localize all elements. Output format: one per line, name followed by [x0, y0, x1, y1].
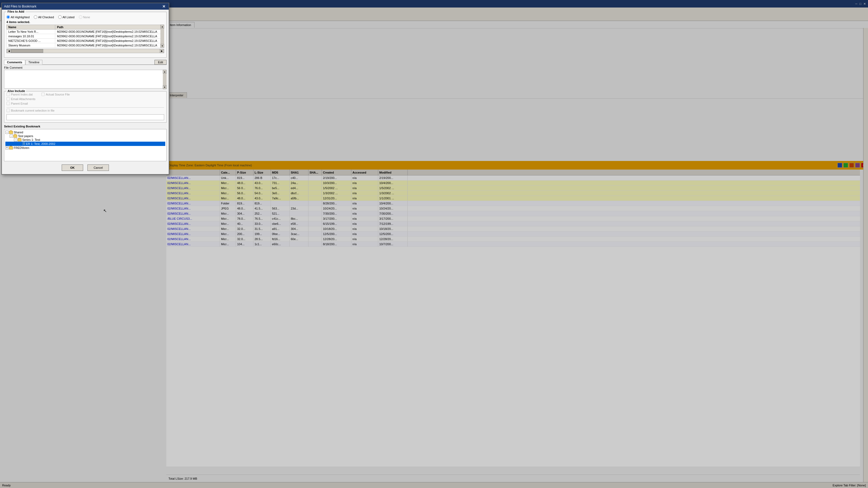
files-to-add-group: Files to Add All Highlighted All Checked… [4, 12, 166, 58]
radio-group: All Highlighted All Checked All Listed N… [6, 15, 164, 19]
items-selected-count: 4 items selected. [6, 20, 164, 24]
radio-listed[interactable]: All Listed [58, 15, 74, 19]
add-files-dialog: Add Files to Bookmark ✕ Files to Add All… [1, 3, 169, 175]
file-name-cell: Slavery Museum [7, 43, 55, 48]
tab-comments[interactable]: Comments [4, 60, 25, 65]
th-path[interactable]: Path [55, 25, 164, 30]
comment-tabs: Comments Timeline Edit [4, 60, 166, 65]
tree-item[interactable]: -Shared [5, 130, 165, 134]
scroll-thumb[interactable] [11, 49, 43, 53]
file-path-cell: M29962-0030.001\NONAME [FAT16]\[root]\De… [55, 34, 164, 39]
dialog-close-button[interactable]: ✕ [161, 4, 166, 8]
scroll-track [11, 49, 160, 53]
file-table-row[interactable]: Letter To New York R... M29962-0030.001\… [7, 30, 164, 34]
scroll-left-arrow[interactable]: ◀ [7, 49, 11, 53]
tree-label: ER 1: Test, 2000-2002 [26, 142, 55, 145]
dialog-title: Add Files to Bookmark [4, 5, 36, 8]
file-list-table: Name Path Letter To New York R... M29962… [6, 25, 164, 48]
select-bookmark-label: Select Existing Bookmark [4, 125, 166, 128]
tree-item[interactable]: +FRED\foren [5, 146, 165, 150]
cancel-button[interactable]: Cancel [88, 164, 109, 171]
comment-scroll-down[interactable]: ▼ [163, 85, 166, 89]
dialog-buttons: OK Cancel [4, 163, 166, 172]
folder-icon [13, 135, 17, 138]
checkbox-parent-email[interactable]: Parent Email [6, 102, 28, 105]
files-to-add-label: Files to Add [6, 10, 26, 13]
radio-checked[interactable]: All Checked [34, 15, 54, 19]
scroll-up-arrow[interactable]: ▲ [160, 25, 164, 28]
file-path-cell: M29962-0030.001\NONAME [FAT16]\[root]\De… [55, 43, 164, 48]
radio-none[interactable]: None [79, 15, 90, 19]
file-path-cell: M29962-0030.001\NONAME [FAT16]\[root]\De… [55, 30, 164, 34]
checkbox-row-1: Parent Index.dat Actual Source File [6, 93, 164, 97]
tree-item[interactable]: -Series 1: Test [5, 138, 165, 142]
checkbox-email-attachments[interactable]: Email Attachments [6, 97, 35, 101]
file-table-row[interactable]: messages 10.18.01 M29962-0030.001\NONAME… [7, 34, 164, 39]
file-table-row[interactable]: Slavery Museum M29962-0030.001\NONAME [F… [7, 43, 164, 48]
checkbox-row-3: Parent Email [6, 102, 164, 106]
tree-label: FRED\foren [14, 146, 29, 149]
tree-item[interactable]: -Test papers [5, 134, 165, 138]
folder-icon [9, 131, 13, 134]
h-scrollbar[interactable]: ◀ ▶ [6, 49, 164, 53]
th-name[interactable]: Name [7, 25, 55, 30]
tree-label: Series 1: Test [22, 138, 40, 142]
file-comment-textarea[interactable] [4, 70, 166, 89]
comment-scroll-up[interactable]: ▲ [163, 70, 166, 73]
dialog-body: Files to Add All Highlighted All Checked… [2, 10, 169, 174]
bookmark-icon [23, 142, 25, 146]
bookmark-tree[interactable]: -Shared-Test papers-Series 1: TestER 1: … [4, 129, 166, 161]
tab-timeline[interactable]: Timeline [26, 60, 42, 65]
file-table-row[interactable]: NIETZSCHE'S GOOD ... M29962-0030.001\NON… [7, 39, 164, 43]
dialog-titlebar: Add Files to Bookmark ✕ [2, 3, 169, 10]
scroll-down-arrow[interactable]: ▼ [160, 44, 164, 48]
tree-expand-icon[interactable]: - [10, 134, 13, 138]
also-include-group: Also Include Parent Index.dat Actual Sou… [4, 91, 166, 123]
file-name-cell: NIETZSCHE'S GOOD ... [7, 39, 55, 43]
tree-label: Shared [14, 131, 23, 134]
scroll-right-arrow[interactable]: ▶ [160, 49, 164, 53]
comment-scrollbar[interactable]: ▲ ▼ [163, 70, 166, 89]
folder-icon [9, 147, 13, 149]
file-path-cell: M29962-0030.001\NONAME [FAT16]\[root]\De… [55, 39, 164, 43]
ok-button[interactable]: OK [62, 164, 83, 171]
tree-item[interactable]: ER 1: Test, 2000-2002 [5, 142, 165, 146]
also-include-label: Also Include [6, 89, 26, 93]
folder-icon [18, 139, 22, 142]
edit-comment-button[interactable]: Edit [155, 60, 166, 65]
tree-label: Test papers [18, 134, 33, 138]
tree-expand-icon[interactable]: - [14, 138, 17, 142]
tree-expand-icon[interactable]: + [5, 146, 8, 149]
file-comment-label: File Comment [4, 66, 166, 69]
file-name-cell: messages 10.18.01 [7, 34, 55, 39]
bookmark-input[interactable] [6, 114, 164, 120]
dialog-overlay: Add Files to Bookmark ✕ Files to Add All… [0, 0, 868, 488]
checkbox-actual-source[interactable]: Actual Source File [41, 93, 70, 96]
file-name-cell: Letter To New York R... [7, 30, 55, 34]
checkbox-row-2: Email Attachments [6, 97, 164, 102]
table-scrollbar[interactable]: ▲ ▼ [160, 25, 164, 48]
tree-expand-icon[interactable]: - [5, 131, 8, 134]
checkbox-parent-index[interactable]: Parent Index.dat [6, 93, 33, 96]
radio-highlighted[interactable]: All Highlighted [6, 15, 30, 19]
checkbox-bookmark-current[interactable]: Bookmark current selection in file [6, 109, 164, 112]
